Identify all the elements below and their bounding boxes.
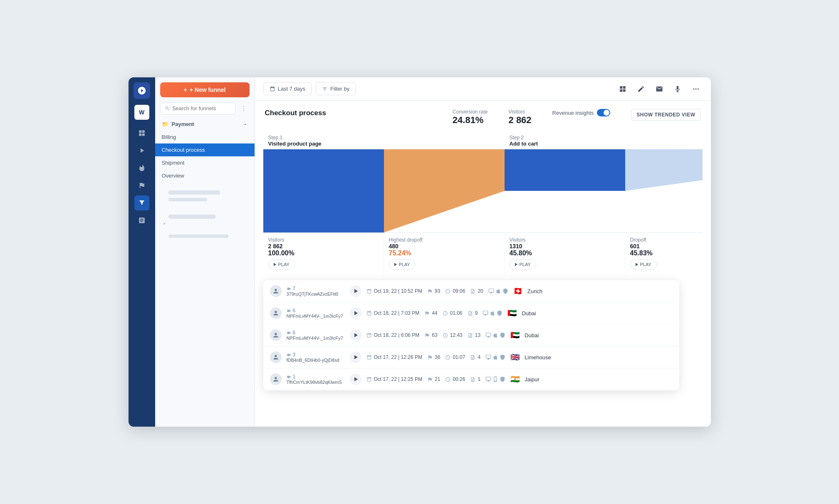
workspace-button[interactable]: W bbox=[134, 105, 149, 120]
session-play-button[interactable] bbox=[350, 373, 361, 385]
clock-icon bbox=[445, 355, 450, 360]
session-device-icons bbox=[485, 354, 505, 360]
session-play-button[interactable] bbox=[350, 307, 361, 319]
session-device-icons bbox=[485, 332, 505, 338]
session-play-button[interactable] bbox=[350, 329, 361, 341]
calendar-small-icon bbox=[366, 377, 372, 382]
play-button-dropoff-2[interactable]: PLAY bbox=[630, 259, 657, 269]
session-id-text: TfhCmYLtK98vb82qKlwmS bbox=[287, 380, 345, 385]
session-duration: 12:43 bbox=[443, 332, 463, 338]
session-flags: 93 bbox=[427, 288, 440, 294]
sidebar-icon-funnel[interactable] bbox=[134, 195, 149, 210]
session-id-block: 7 379ruQTjTKcwAZvzEFtt0 bbox=[287, 286, 345, 296]
edit-icon[interactable] bbox=[634, 82, 648, 96]
session-count: 1 bbox=[287, 374, 345, 380]
main-content: Last 7 days Filter by bbox=[255, 77, 711, 427]
session-id-text: 379ruQTjTKcwAZvzEFtt0 bbox=[287, 292, 345, 296]
session-flag-emoji: 🇬🇧 bbox=[510, 353, 520, 362]
app-window: W + + New funnel bbox=[129, 77, 711, 427]
session-duration: 09:06 bbox=[445, 288, 465, 294]
nav-item-checkout[interactable]: Checkout process bbox=[155, 143, 255, 156]
show-trended-button[interactable]: SHOW TRENDED VIEW bbox=[631, 109, 700, 121]
new-funnel-button[interactable]: + + New funnel bbox=[160, 82, 250, 97]
session-play-button[interactable] bbox=[350, 285, 361, 297]
nav-item-overview[interactable]: Overview bbox=[155, 169, 255, 182]
email-icon[interactable] bbox=[653, 82, 666, 96]
play-button-dropoff-1[interactable]: PLAY bbox=[389, 259, 416, 269]
sidebar-icon-grid[interactable] bbox=[134, 126, 149, 141]
session-pages: 13 bbox=[468, 332, 480, 338]
session-date: Oct 19, 22 | 10:52 PM bbox=[366, 288, 423, 294]
search-input[interactable] bbox=[172, 105, 231, 111]
revenue-insights-toggle[interactable] bbox=[597, 109, 610, 116]
mic-icon[interactable] bbox=[671, 82, 684, 96]
session-date: Oct 18, 22 | 6:06 PM bbox=[366, 332, 420, 338]
session-flags: 21 bbox=[427, 376, 440, 382]
search-icon bbox=[165, 106, 170, 111]
session-pages: 4 bbox=[470, 354, 480, 360]
sidebar-icon-fire[interactable] bbox=[134, 161, 149, 175]
svg-point-1 bbox=[243, 108, 244, 109]
flag-small-icon bbox=[424, 333, 430, 338]
play-icon bbox=[354, 377, 358, 381]
folder-icon: 📁 bbox=[162, 121, 168, 127]
play-triangle-icon-3 bbox=[515, 263, 517, 266]
more-options-button[interactable] bbox=[238, 103, 250, 114]
session-duration: 00:26 bbox=[445, 376, 465, 382]
nav-placeholder-item bbox=[155, 230, 255, 243]
play-button-1[interactable]: PLAY bbox=[268, 259, 295, 269]
session-play-button[interactable] bbox=[350, 351, 361, 363]
play-triangle-icon-2 bbox=[394, 263, 397, 266]
clock-icon bbox=[445, 377, 450, 382]
session-count: 6 bbox=[287, 330, 345, 336]
sidebar-icon-x[interactable] bbox=[134, 213, 149, 228]
search-box[interactable] bbox=[160, 102, 235, 114]
step-header-dropoff-2 bbox=[625, 132, 703, 149]
session-row: 1 TfhCmYLtK98vb82qKlwmS Oct 17, 22 | 12:… bbox=[263, 368, 679, 390]
svg-point-2 bbox=[243, 110, 244, 111]
calendar-small-icon bbox=[366, 333, 372, 338]
session-location: Jaipur bbox=[525, 376, 539, 383]
nav-group-header-2[interactable] bbox=[155, 211, 255, 230]
session-count: 7 bbox=[287, 286, 345, 292]
icon-sidebar: W bbox=[129, 77, 155, 427]
filter-by-button[interactable]: Filter by bbox=[316, 82, 356, 95]
sidebar-icon-flag[interactable] bbox=[134, 178, 149, 193]
nav-panel: + + New funnel 📁 Payment Billing Check bbox=[155, 77, 255, 427]
step-header-2: Step 2 Add to cart bbox=[505, 132, 625, 149]
nav-item-billing[interactable]: Billing bbox=[155, 131, 255, 143]
session-avatar bbox=[270, 351, 282, 363]
session-row: 6 NPFmLvMY44V-_1m3IcFy7 Oct 18, 22 | 6:0… bbox=[263, 324, 679, 346]
play-icon bbox=[354, 355, 358, 359]
play-icon bbox=[354, 333, 358, 337]
desktop-icon bbox=[485, 376, 491, 382]
session-duration: 01:06 bbox=[443, 310, 463, 316]
nav-item-shipment[interactable]: Shipment bbox=[155, 156, 255, 169]
session-flag-emoji: 🇮🇳 bbox=[510, 375, 520, 384]
visitors-block: Visitors 2 862 bbox=[509, 109, 532, 126]
desktop-icon bbox=[485, 332, 491, 338]
svg-point-0 bbox=[243, 106, 244, 107]
session-pages: 20 bbox=[470, 288, 483, 294]
chevron-up-icon-2 bbox=[162, 221, 167, 226]
session-flag-emoji: 🇨🇭 bbox=[513, 287, 522, 296]
clock-icon bbox=[445, 289, 450, 294]
flag-small-icon bbox=[424, 311, 430, 316]
play-button-2[interactable]: PLAY bbox=[510, 259, 536, 269]
grid-view-icon[interactable] bbox=[616, 82, 629, 96]
session-id-block: 6 NPFmLvMY44V-_1m3IcFy7 bbox=[287, 330, 345, 341]
nav-group-payment: 📁 Payment Billing Checkout process Shipm… bbox=[155, 118, 255, 182]
sidebar-icon-play[interactable] bbox=[134, 143, 149, 158]
session-flags: 44 bbox=[424, 310, 437, 316]
more-icon[interactable] bbox=[689, 82, 703, 96]
step-headers-row: Step 1 Visited product page Step 2 Add t… bbox=[263, 132, 703, 149]
flag-small-icon bbox=[427, 289, 433, 294]
session-row: 6 NPFmLvMY44V-_1m3IcFy7 Oct 18, 22 | 7:0… bbox=[263, 302, 679, 324]
shield-icon bbox=[497, 310, 502, 316]
stat-cell-2: Visitors 1310 45.80% PLAY bbox=[505, 233, 625, 274]
date-filter-button[interactable]: Last 7 days bbox=[263, 82, 312, 95]
session-avatar bbox=[270, 285, 282, 297]
nav-group-header-payment[interactable]: 📁 Payment bbox=[155, 118, 255, 131]
clock-icon bbox=[443, 311, 448, 316]
logo-icon bbox=[134, 82, 150, 99]
